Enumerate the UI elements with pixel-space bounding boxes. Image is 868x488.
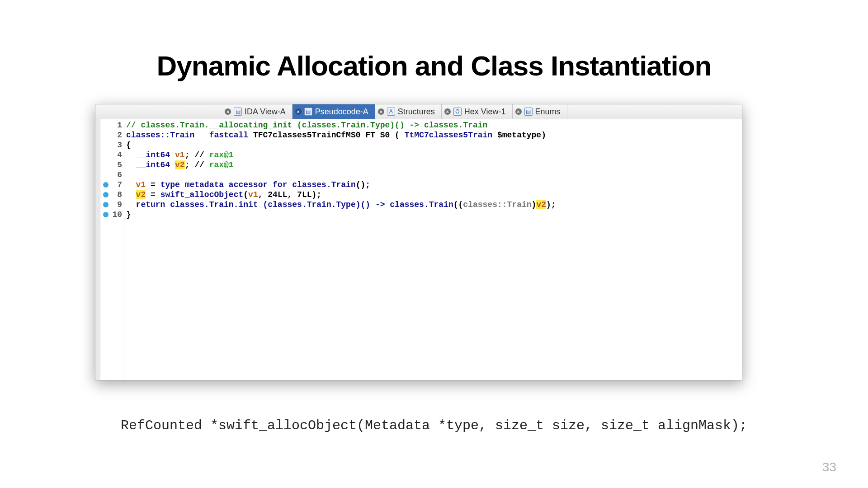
tab-structures[interactable]: × A Structures bbox=[375, 104, 442, 119]
breakpoint-dot[interactable] bbox=[103, 192, 108, 197]
tab-enums[interactable]: × ▤ Enums bbox=[513, 104, 567, 119]
close-icon[interactable]: × bbox=[295, 108, 302, 115]
line-number: 3 bbox=[100, 140, 124, 150]
code-token: ( bbox=[243, 190, 248, 199]
code-token-highlight: v2 bbox=[136, 190, 146, 199]
code-token: rax@1 bbox=[209, 160, 234, 169]
line-number: 7 bbox=[100, 180, 124, 190]
code-token: = bbox=[146, 180, 160, 189]
code-token: (( bbox=[453, 200, 463, 209]
tab-label: Hex View-1 bbox=[464, 107, 506, 117]
code-token: ; // bbox=[185, 160, 209, 169]
code-token: v1 bbox=[175, 150, 185, 160]
drag-handle[interactable] bbox=[95, 119, 100, 380]
code-token: (); bbox=[356, 180, 370, 189]
code-token: ); bbox=[546, 200, 556, 209]
close-icon[interactable]: × bbox=[378, 108, 384, 115]
hex-view-icon: O bbox=[453, 108, 462, 116]
line-number: 10 bbox=[100, 210, 124, 220]
code-token bbox=[126, 180, 136, 189]
code-token: TFC7classes5TrainCfMS0_FT_S0_( bbox=[248, 131, 400, 140]
code-token: classes.Train.init (classes.Train.Type)(… bbox=[170, 200, 453, 209]
code-area[interactable]: // classes.Train.__allocating_init (clas… bbox=[124, 119, 742, 380]
tab-hex-view[interactable]: × O Hex View-1 bbox=[442, 104, 513, 119]
code-token: _TtMC7classes5Train bbox=[400, 131, 492, 140]
code-token: { bbox=[126, 141, 131, 150]
line-number: 9 bbox=[100, 200, 124, 210]
structures-icon: A bbox=[387, 108, 395, 116]
ida-view-icon: ▤ bbox=[234, 108, 242, 116]
code-token bbox=[126, 190, 136, 199]
code-token: __fastcall bbox=[199, 131, 248, 140]
code-token: ) bbox=[532, 200, 537, 209]
code-token: $metatype) bbox=[492, 131, 546, 140]
line-number: 1 bbox=[100, 120, 124, 130]
code-comment: // classes.Train.__allocating_init (clas… bbox=[126, 121, 487, 130]
caption-text: RefCounted *swift_allocObject(Metadata *… bbox=[0, 418, 868, 433]
tab-bar: × ▤ IDA View-A × ▤ Pseudocode-A × A Stru… bbox=[95, 104, 742, 119]
line-number: 6 bbox=[100, 170, 124, 180]
code-token bbox=[126, 200, 136, 209]
line-number: 8 bbox=[100, 190, 124, 200]
breakpoint-dot[interactable] bbox=[103, 182, 108, 188]
code-token: = bbox=[146, 190, 160, 199]
code-token: __int64 bbox=[126, 150, 175, 160]
code-token: } bbox=[126, 210, 131, 219]
breakpoint-dot[interactable] bbox=[103, 202, 108, 207]
code-token: swift_allocObject bbox=[160, 190, 244, 199]
enums-icon: ▤ bbox=[524, 108, 533, 116]
code-token: __int64 bbox=[126, 160, 175, 169]
code-body: 1 2 3 4 5 6 7 8 9 10 // classes.Train.__… bbox=[95, 119, 742, 380]
code-token-highlight: v2 bbox=[536, 200, 546, 209]
code-token: classes::Train bbox=[126, 131, 199, 140]
line-gutter: 1 2 3 4 5 6 7 8 9 10 bbox=[100, 119, 124, 380]
close-icon[interactable]: × bbox=[225, 108, 231, 115]
line-number: 5 bbox=[100, 160, 124, 170]
line-number: 2 bbox=[100, 130, 124, 140]
close-icon[interactable]: × bbox=[444, 108, 451, 115]
code-token: v1 bbox=[136, 180, 146, 189]
line-number: 4 bbox=[100, 150, 124, 160]
ida-window: × ▤ IDA View-A × ▤ Pseudocode-A × A Stru… bbox=[95, 104, 742, 380]
code-token-highlight: v2 bbox=[175, 160, 185, 169]
tab-ida-view[interactable]: × ▤ IDA View-A bbox=[222, 104, 292, 119]
tab-label: Enums bbox=[535, 107, 561, 117]
tab-label: IDA View-A bbox=[245, 107, 286, 117]
code-token: type metadata accessor for classes.Train bbox=[160, 180, 356, 189]
slide-title: Dynamic Allocation and Class Instantiati… bbox=[0, 50, 868, 82]
code-token: classes::Train bbox=[463, 200, 531, 209]
tab-pseudocode[interactable]: × ▤ Pseudocode-A bbox=[292, 104, 375, 119]
tab-label: Pseudocode-A bbox=[315, 107, 368, 117]
code-token: v1 bbox=[248, 190, 258, 199]
pseudocode-icon: ▤ bbox=[304, 108, 312, 116]
code-token: rax@1 bbox=[209, 150, 234, 160]
code-token bbox=[165, 200, 170, 209]
tab-label: Structures bbox=[398, 107, 435, 117]
code-token: ; // bbox=[185, 150, 209, 160]
code-token: return bbox=[136, 200, 165, 209]
page-number: 33 bbox=[822, 460, 836, 474]
close-icon[interactable]: × bbox=[515, 108, 522, 115]
breakpoint-dot[interactable] bbox=[103, 212, 108, 217]
code-token: , 24LL, 7LL); bbox=[258, 190, 321, 199]
